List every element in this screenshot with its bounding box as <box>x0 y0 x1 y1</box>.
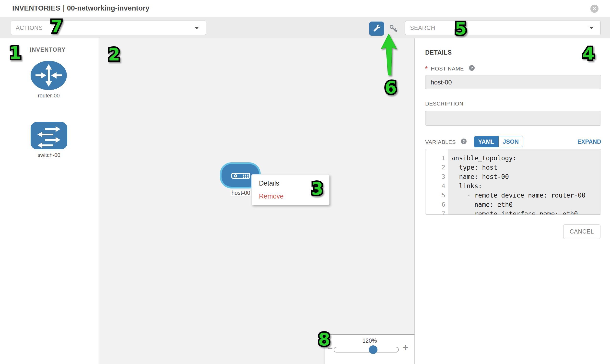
expand-link[interactable]: EXPAND <box>577 139 601 145</box>
sidebar-item-router[interactable] <box>31 61 67 90</box>
zoom-out-button[interactable]: − <box>327 343 333 353</box>
editor-code[interactable]: ansible_topology: type: host name: host-… <box>448 149 601 214</box>
editor-line-numbers: 1 2 3 4 5 6 7 <box>426 149 448 214</box>
actions-dropdown-label: ACTIONS <box>16 21 43 35</box>
breadcrumb-section: INVENTORIES <box>12 4 60 12</box>
actions-dropdown[interactable]: ACTIONS <box>11 21 206 35</box>
zoom-in-button[interactable]: + <box>403 342 408 353</box>
json-toggle[interactable]: JSON <box>498 136 523 147</box>
variables-editor[interactable]: 1 2 3 4 5 6 7 ansible_topology: type: ho… <box>425 149 601 215</box>
close-icon[interactable]: ✕ <box>590 5 598 13</box>
wrench-icon <box>372 24 381 34</box>
context-menu-details[interactable]: Details <box>252 177 329 190</box>
node-context-menu: Details Remove <box>251 174 329 205</box>
sidebar-item-switch[interactable] <box>31 122 67 149</box>
host-icon <box>231 173 250 179</box>
toolbar: ACTIONS SEARCH <box>0 17 610 38</box>
zoom-widget: 120% − + <box>324 334 415 364</box>
app-header: INVENTORIES|00-networking-inventory ✕ <box>0 0 610 17</box>
details-panel-title: DETAILS <box>425 49 452 56</box>
sidebar-item-switch-label: switch-00 <box>31 152 67 158</box>
help-icon[interactable]: ? <box>469 65 475 71</box>
chevron-down-icon <box>195 27 199 29</box>
description-field[interactable] <box>425 111 601 126</box>
zoom-slider-track[interactable] <box>334 347 399 352</box>
key-icon <box>389 24 398 34</box>
context-menu-remove[interactable]: Remove <box>252 190 329 203</box>
search-dropdown[interactable]: SEARCH <box>405 21 601 35</box>
inventory-sidebar: INVENTORY router <box>0 38 98 364</box>
description-label: DESCRIPTION <box>425 101 463 107</box>
breadcrumb-separator: | <box>63 4 65 12</box>
switch-icon <box>31 146 67 150</box>
host-node-label: host-00 <box>231 190 251 196</box>
tools-button[interactable] <box>369 22 384 36</box>
zoom-level: 120% <box>325 338 415 344</box>
sidebar-item-router-label: router-00 <box>31 92 67 99</box>
router-icon <box>31 87 67 91</box>
inventory-name: 00-networking-inventory <box>67 4 150 12</box>
yaml-toggle[interactable]: YAML <box>474 136 498 147</box>
host-name-label: HOST NAME <box>431 65 464 72</box>
key-button[interactable] <box>389 25 398 34</box>
zoom-slider-handle[interactable] <box>369 345 377 354</box>
cancel-button[interactable]: CANCEL <box>563 224 600 239</box>
topology-canvas[interactable]: host-00 Details Remove 120% − + <box>99 38 415 364</box>
variables-format-toggle: YAML JSON <box>474 136 523 147</box>
help-icon[interactable]: ? <box>461 139 467 144</box>
variables-label: VARIABLES <box>425 139 456 145</box>
details-panel: DETAILS * HOST NAME ? DESCRIPTION VARIAB… <box>415 38 610 364</box>
chevron-down-icon <box>589 27 594 29</box>
required-marker: * <box>425 65 428 72</box>
search-dropdown-label: SEARCH <box>410 21 435 35</box>
host-name-field[interactable] <box>425 75 601 89</box>
page-title: INVENTORIES|00-networking-inventory <box>12 4 149 12</box>
sidebar-title: INVENTORY <box>30 47 65 53</box>
inventory-topology-app: INVENTORIES|00-networking-inventory ✕ AC… <box>0 0 610 364</box>
